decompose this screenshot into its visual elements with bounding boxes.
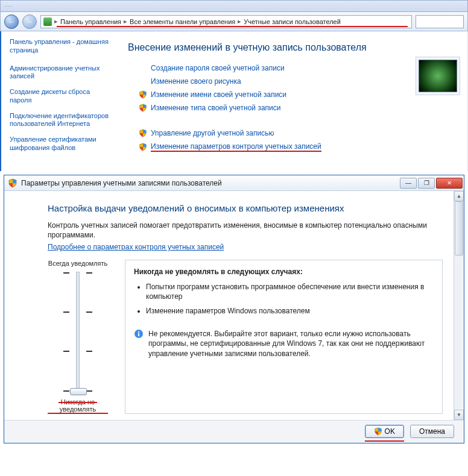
task-link[interactable]: Изменение своего рисунка: [151, 77, 241, 86]
breadcrumb-sep-icon: ▸: [238, 17, 241, 25]
shield-icon: [139, 104, 147, 112]
breadcrumb-sep-icon: ▸: [54, 17, 58, 25]
infobox-bullet: Попытки программ установить программное …: [146, 282, 434, 301]
user-avatar[interactable]: [416, 57, 460, 95]
slider-level-infobox: Никогда не уведомлять в следующих случая…: [125, 260, 443, 414]
uac-heading: Настройка выдачи уведомлений о вносимых …: [48, 203, 443, 213]
sidebar-link[interactable]: Создание дискеты сброса пароля: [10, 88, 111, 105]
avatar-image: [419, 60, 457, 92]
cancel-button[interactable]: Отмена: [410, 425, 454, 438]
uac-description: Контроль учетных записей помогает предот…: [48, 221, 443, 240]
breadcrumb[interactable]: ▸ Панель управления ▸ Все элементы панел…: [40, 15, 412, 28]
shield-icon: [139, 90, 147, 99]
nav-back-button[interactable]: ←: [4, 14, 19, 29]
svg-rect-1: [138, 333, 139, 336]
main-pane: Внесение изменений в учетную запись поль…: [116, 31, 467, 171]
sidebar-link[interactable]: Управление сертификатами шифрования файл…: [10, 136, 111, 152]
info-icon: [134, 329, 144, 339]
minimize-button[interactable]: —: [400, 178, 417, 189]
browser-tab[interactable]: [4, 6, 13, 7]
shield-icon: [139, 143, 147, 151]
sidebar-link[interactable]: Администрирование учетных записей: [10, 64, 111, 81]
task-link-uac[interactable]: Изменение параметров контроля учетных за…: [151, 142, 321, 152]
sidebar-home-link[interactable]: Панель управления - домашняя страница: [10, 37, 111, 55]
scroll-up-button[interactable]: ▲: [454, 191, 464, 201]
ok-button[interactable]: OK: [365, 425, 404, 438]
sidebar-link[interactable]: Подключение идентификаторов пользователе…: [10, 112, 111, 129]
page-title: Внесение изменений в учетную запись поль…: [128, 42, 460, 53]
control-panel-body: Панель управления - домашняя страница Ад…: [0, 31, 468, 171]
address-row: ← → ▸ Панель управления ▸ Все элементы п…: [0, 12, 468, 31]
ok-button-label: OK: [385, 427, 395, 436]
maximize-button[interactable]: ❐: [418, 178, 435, 189]
infobox-header: Никогда не уведомлять в следующих случая…: [134, 268, 434, 276]
uac-settings-window: Параметры управления учетными записями п…: [4, 175, 464, 443]
browser-tabbar: [0, 0, 468, 12]
slider-top-label: Всегда уведомлять: [48, 260, 108, 267]
scrollbar-thumb[interactable]: [455, 201, 463, 255]
breadcrumb-item[interactable]: Все элементы панели управления: [130, 18, 235, 25]
scroll-down-button[interactable]: ▼: [454, 410, 464, 420]
shield-icon: [374, 427, 382, 436]
task-link[interactable]: Изменение имени своей учетной записи: [151, 90, 286, 99]
notify-slider[interactable]: Всегда уведомлять Никогда не уведомлять: [48, 260, 108, 414]
control-panel-icon: [43, 17, 52, 26]
slider-track[interactable]: [76, 272, 80, 392]
shield-icon: [8, 178, 17, 188]
task-link[interactable]: Создание пароля своей учетной записи: [151, 64, 285, 72]
breadcrumb-sep-icon: ▸: [124, 17, 127, 25]
task-link[interactable]: Изменение типа своей учетной записи: [151, 104, 280, 112]
annotation-underline: [58, 402, 97, 403]
advisory-text: Не рекомендуется. Выбирайте этот вариант…: [148, 329, 434, 359]
svg-rect-2: [138, 331, 139, 333]
breadcrumb-item[interactable]: Учетные записи пользователей: [244, 18, 341, 25]
uac-content: Настройка выдачи уведомлений о вносимых …: [4, 191, 454, 420]
learn-more-link[interactable]: Подробнее о параметрах контроля учетных …: [48, 243, 224, 251]
annotation-underline: [57, 26, 408, 27]
vertical-scrollbar[interactable]: ▲ ▼: [454, 191, 464, 420]
slider-bottom-label: Никогда не уведомлять: [48, 398, 108, 414]
nav-forward-button[interactable]: →: [22, 14, 37, 29]
cancel-button-label: Отмена: [419, 427, 445, 436]
breadcrumb-item[interactable]: Панель управления: [60, 18, 121, 25]
window-title: Параметры управления учетными записями п…: [21, 179, 400, 187]
sidebar: Панель управления - домашняя страница Ад…: [1, 31, 116, 171]
slider-thumb[interactable]: [70, 388, 87, 395]
shield-icon: [139, 129, 147, 137]
task-list: Создание пароля своей учетной записи Изм…: [139, 64, 460, 152]
dialog-footer: OK Отмена: [4, 420, 464, 443]
search-input[interactable]: [416, 15, 464, 28]
close-button[interactable]: ✕: [436, 178, 463, 189]
annotation-underline: [365, 440, 404, 442]
task-link[interactable]: Управление другой учетной записью: [151, 129, 274, 137]
titlebar[interactable]: Параметры управления учетными записями п…: [4, 175, 464, 191]
infobox-bullet: Изменение параметров Windows пользовател…: [146, 306, 434, 316]
